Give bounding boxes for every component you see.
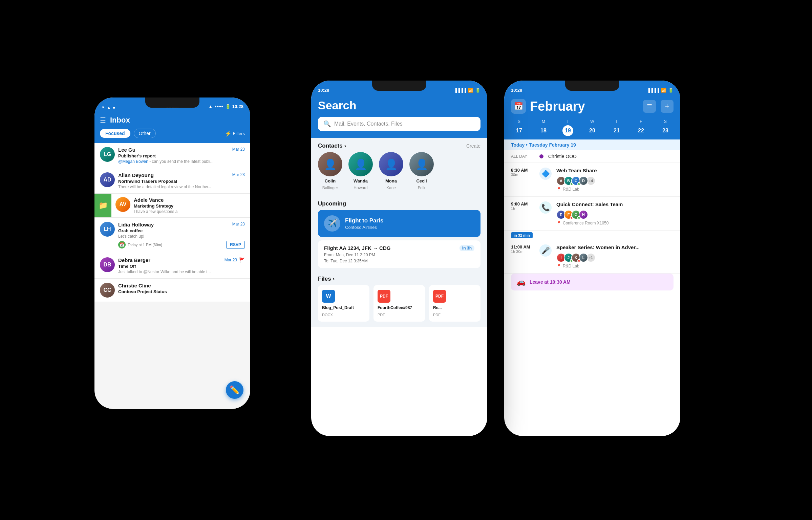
avatar: LG bbox=[100, 147, 115, 162]
flight-to: To: Tue, Dec 12 3:35AM bbox=[324, 259, 474, 263]
all-day-event[interactable]: ALL DAY Christie OOO bbox=[504, 150, 680, 163]
event-speaker-series[interactable]: 11:00 AM 1h 30m 🎤 Speaker Series: Women … bbox=[504, 240, 680, 274]
signal-icon: ▐▐▐▐ bbox=[454, 88, 466, 93]
search-placeholder: Mail, Events, Contacts, Files bbox=[334, 121, 403, 127]
search-header: Search 🔍 Mail, Events, Contacts, Files bbox=[311, 95, 487, 138]
email-sender: Debra Berger bbox=[118, 257, 150, 263]
event-time: 8:30 AM bbox=[511, 168, 535, 173]
file-item[interactable]: PDF Re... PDF bbox=[429, 285, 480, 322]
email-item[interactable]: LH Lidia Holloway Mar 23 Grab coffee Let… bbox=[94, 218, 250, 253]
contact-name: Mona bbox=[385, 178, 397, 183]
in-minutes-container: in 32 min bbox=[504, 231, 680, 240]
flight-time-badge: In 3h bbox=[460, 245, 474, 251]
email-subject: Grab coffee bbox=[118, 228, 245, 233]
hamburger-icon[interactable]: ☰ bbox=[100, 117, 106, 124]
inbox-list: LG Lee Gu Mar 23 Publisher's report @Meg… bbox=[94, 143, 250, 302]
email-subject: Publisher's report bbox=[118, 153, 245, 158]
email-preview: I have a few questions a bbox=[134, 209, 246, 214]
status-time-calendar: 10:28 bbox=[511, 86, 522, 93]
calendar-events: ALL DAY Christie OOO 8:30 AM 30m 🔷 Web T… bbox=[504, 150, 680, 294]
cal-day-thu: T 21 bbox=[604, 119, 629, 136]
signal-icon: ●●●● bbox=[214, 104, 223, 108]
upcoming-detail-card[interactable]: Flight AA 1234, JFK → CDG In 3h From: Mo… bbox=[318, 240, 480, 268]
event-time: 11:00 AM bbox=[511, 244, 535, 250]
cal-day-sun: S 17 bbox=[507, 119, 531, 136]
attendee-row: I J K L bbox=[556, 253, 674, 262]
contact-item[interactable]: 👤 Colin Ballinger bbox=[318, 152, 342, 190]
event-sales-team[interactable]: 9:00 AM 1h 📞 Quick Connect: Sales Team E… bbox=[504, 197, 680, 231]
contact-lastname: Folk bbox=[418, 186, 426, 190]
calendar-app-icon: 📅 bbox=[511, 99, 526, 114]
event-duration: 1h 30m bbox=[511, 250, 535, 254]
contacts-row: 👤 Colin Ballinger 👤 Wanda Howard bbox=[311, 152, 487, 196]
contact-name: Wanda bbox=[354, 178, 368, 183]
avatar: AV bbox=[115, 197, 130, 212]
phone-search: 10:28 ▐▐▐▐ 📶 🔋 Search 🔍 Mail, Events, Co… bbox=[311, 81, 487, 436]
contact-item[interactable]: 👤 Cecil Folk bbox=[409, 152, 434, 190]
event-web-team[interactable]: 8:30 AM 30m 🔷 Web Team Share A B bbox=[504, 163, 680, 197]
files-row: W Blog_Post_Draft DOCX PDF FourthCoffee#… bbox=[311, 285, 487, 327]
file-item[interactable]: W Blog_Post_Draft DOCX bbox=[318, 285, 369, 322]
filter-button[interactable]: ⚡ Filters bbox=[225, 130, 245, 137]
event-dot-purple bbox=[539, 154, 543, 158]
email-item-swipe[interactable]: 📁 AV Adele Vance Marketing Strategy I ha… bbox=[94, 194, 250, 218]
upcoming-section-header: Upcoming bbox=[311, 196, 487, 210]
event-title: Web Team Share bbox=[556, 168, 674, 173]
today-label: Today • Tuesday February 19 bbox=[511, 142, 576, 148]
avatar: AD bbox=[100, 172, 115, 187]
cal-day-mon: M 18 bbox=[531, 119, 556, 136]
event-icon: 🔷 bbox=[539, 168, 552, 180]
create-action[interactable]: Create bbox=[466, 143, 480, 149]
flight-subtitle: Contoso Airlines bbox=[345, 225, 383, 230]
attendee-row: E F G H bbox=[556, 210, 674, 219]
signal-icon: ▐▐▐▐ bbox=[647, 88, 659, 93]
email-sender: Lee Gu bbox=[118, 147, 135, 153]
location-icon: 📍 bbox=[556, 221, 561, 225]
pdf-file-icon: PDF bbox=[378, 290, 390, 303]
location-icon: 📍 bbox=[556, 264, 561, 268]
email-item[interactable]: DB Debra Berger Mar 23 🚩 Time Off Just t… bbox=[94, 253, 250, 279]
phones-wrapper: ▼ ▲ ● 10:28 ▲ ●●●● 🔋 10:28 ☰ Inbox bbox=[0, 0, 812, 520]
contact-item[interactable]: 👤 Wanda Howard bbox=[348, 152, 373, 190]
contacts-section-header: Contacts › Create bbox=[311, 138, 487, 152]
email-date: Mar 23 bbox=[225, 258, 237, 262]
leave-banner: 🚗 Leave at 10:30 AM bbox=[511, 274, 674, 290]
calendar-list-view-button[interactable]: ☰ bbox=[643, 100, 656, 113]
location-icon: 📍 bbox=[556, 187, 561, 192]
tab-focused[interactable]: Focused bbox=[100, 129, 130, 138]
event-title: Speaker Series: Women in Adver... bbox=[556, 244, 674, 250]
flight-title: Flight to Paris bbox=[345, 217, 383, 224]
contact-avatar: 👤 bbox=[348, 152, 373, 176]
file-item[interactable]: PDF FourthCoffee#987 PDF bbox=[373, 285, 425, 322]
calendar-header: 📅 February ☰ + bbox=[504, 95, 680, 119]
email-preview: There will be a detailed legal review of… bbox=[118, 185, 245, 189]
file-type: PDF bbox=[433, 313, 441, 317]
calendar-add-button[interactable]: + bbox=[661, 100, 674, 113]
search-bar[interactable]: 🔍 Mail, Events, Contacts, Files bbox=[318, 117, 480, 131]
wifi-icon: ▲ bbox=[208, 104, 213, 109]
event-duration: 30m bbox=[511, 173, 535, 177]
avatar: LH bbox=[100, 222, 115, 237]
email-sender: Lidia Holloway bbox=[118, 222, 154, 228]
calendar-month: February bbox=[530, 99, 585, 114]
contact-item[interactable]: 👤 Mona Kane bbox=[379, 152, 403, 190]
status-time-search: 10:28 bbox=[318, 86, 329, 93]
email-item[interactable]: AD Allan Deyoung Mar 23 Northwind Trader… bbox=[94, 168, 250, 194]
email-subject: Contoso Project Status bbox=[118, 289, 245, 294]
contact-name: Colin bbox=[325, 178, 336, 183]
email-item[interactable]: CC Christie Cline Contoso Project Status bbox=[94, 279, 250, 302]
upcoming-flight-card[interactable]: ✈️ Flight to Paris Contoso Airlines bbox=[318, 210, 480, 237]
email-item[interactable]: LG Lee Gu Mar 23 Publisher's report @Meg… bbox=[94, 143, 250, 168]
all-day-title: Christie OOO bbox=[548, 154, 577, 159]
attendee-avatar: D bbox=[579, 176, 588, 186]
cal-day-fri: F 22 bbox=[629, 119, 653, 136]
today-bar: Today • Tuesday February 19 bbox=[504, 139, 680, 150]
in-minutes-badge: in 32 min bbox=[511, 232, 533, 238]
file-type: DOCX bbox=[322, 313, 333, 317]
cal-day-tue[interactable]: T 19 bbox=[556, 119, 580, 136]
compose-fab[interactable]: ✏️ bbox=[226, 381, 243, 399]
contact-lastname: Howard bbox=[354, 186, 367, 190]
rsvp-button[interactable]: RSVP bbox=[226, 241, 245, 249]
tab-other[interactable]: Other bbox=[134, 129, 156, 138]
leave-text: Leave at 10:30 AM bbox=[530, 279, 571, 285]
